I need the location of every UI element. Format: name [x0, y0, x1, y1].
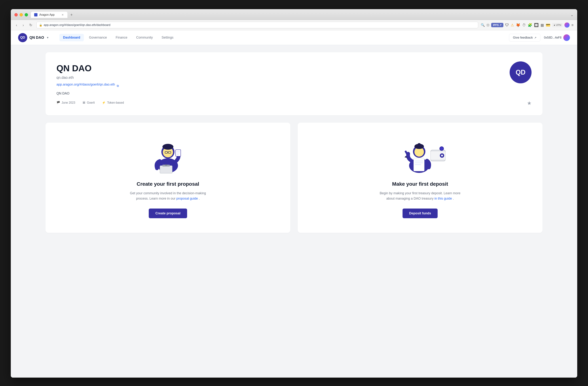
nav-link-settings[interactable]: Settings: [158, 34, 177, 41]
main-content: QD QN DAO qn.dao.eth app.aragon.org/#/da…: [38, 45, 550, 240]
browser-avatar[interactable]: [565, 22, 569, 28]
create-proposal-card: Create your first proposal Get your comm…: [45, 123, 290, 233]
app-container: QD QN DAO ▾ Dashboard Governance Finance…: [11, 30, 577, 378]
svg-point-24: [417, 143, 421, 147]
dao-url-link[interactable]: app.aragon.org/#/daos/goerli/qn.dao.eth: [57, 83, 115, 86]
deposit-funds-button[interactable]: Deposit funds: [402, 209, 438, 218]
nav-link-finance[interactable]: Finance: [112, 34, 131, 41]
top-nav: QD QN DAO ▾ Dashboard Governance Finance…: [11, 30, 577, 45]
nav-link-dashboard[interactable]: Dashboard: [59, 34, 84, 41]
reload-button[interactable]: ↻: [28, 22, 34, 28]
svg-point-19: [440, 147, 443, 150]
minimize-button[interactable]: [20, 13, 23, 17]
nav-link-community[interactable]: Community: [132, 34, 156, 41]
tab-title: Aragon App: [39, 13, 55, 17]
star-button[interactable]: ★: [527, 100, 531, 106]
search-icon[interactable]: 🔍: [481, 23, 485, 27]
svg-point-3: [162, 144, 173, 150]
give-feedback-label: Give feedback: [513, 36, 533, 40]
maximize-button[interactable]: [25, 13, 28, 17]
ipfs-badge[interactable]: IPFS ↗: [491, 23, 504, 27]
puzzle-icon[interactable]: 🔲: [534, 23, 539, 27]
wallet-icon[interactable]: 💳: [546, 23, 550, 27]
wallet-avatar: [563, 34, 570, 41]
warning-icon: ⚠: [511, 23, 514, 27]
proposal-card-desc: Get your community involved in the decis…: [124, 191, 212, 201]
dao-network-text: Goerli: [87, 101, 95, 104]
svg-rect-11: [160, 166, 172, 173]
deposit-card: Make your first deposit Begin by making …: [298, 123, 543, 233]
bookmark-icon[interactable]: ⊡: [487, 23, 489, 27]
dao-meta: 🏴 June 2023 🏛 Goerli ⚡ Token-based: [57, 101, 531, 104]
fox-icon[interactable]: 🦊: [516, 23, 520, 27]
dao-ens: qn.dao.eth: [57, 75, 531, 80]
dao-dropdown-icon[interactable]: ▾: [47, 36, 48, 39]
address-bar[interactable]: 🔒 app.aragon.org/#/daos/goerli/qn.dao.et…: [36, 22, 478, 28]
dao-created-text: June 2023: [62, 101, 75, 104]
extension-icon-1[interactable]: ⏱: [522, 23, 526, 27]
back-button[interactable]: ‹: [14, 22, 19, 28]
close-button[interactable]: [14, 13, 18, 17]
svg-rect-13: [165, 164, 167, 165]
calendar-icon: 🏴: [57, 101, 60, 104]
window-controls: ⌄: [570, 13, 574, 17]
create-proposal-button[interactable]: Create proposal: [149, 209, 187, 218]
forward-button[interactable]: ›: [21, 22, 25, 28]
toolbar-extensions: 🔍 ⊡ IPFS ↗ 🛡 ⚠ 🦊 ⏱ 🧩 🔲 ▦ 💳 ● VPN ≡: [481, 22, 574, 28]
governance-icon: ⚡: [102, 101, 105, 104]
browser-titlebar: Aragon App ✕ + ⌄: [11, 9, 577, 20]
dao-title: QN DAO: [57, 63, 531, 73]
network-icon: 🏛: [83, 101, 85, 104]
deposit-illustration: [398, 137, 442, 174]
give-feedback-button[interactable]: Give feedback ↗: [509, 34, 540, 42]
deposit-card-desc: Begin by making your first treasury depo…: [376, 191, 464, 201]
dao-nav-avatar: QD: [18, 33, 27, 42]
browser-window: Aragon App ✕ + ⌄ ‹ › ↻ 🔒 app.aragon.org/…: [11, 9, 577, 378]
nav-links: Dashboard Governance Finance Community S…: [59, 34, 509, 41]
active-tab[interactable]: Aragon App ✕: [31, 12, 67, 18]
proposal-guide-link[interactable]: proposal guide: [176, 197, 198, 200]
svg-point-17: [441, 155, 443, 156]
wallet-address-text: 0x58D...4eF8: [544, 36, 562, 39]
dao-display-name: QN DAO: [57, 92, 531, 95]
shield-icon: 🛡: [505, 23, 509, 27]
url-text: app.aragon.org/#/daos/goerli/qn.dao.eth/…: [44, 23, 110, 27]
vpn-label[interactable]: ● VPN: [552, 23, 563, 27]
copy-url-icon[interactable]: ⧉: [117, 84, 119, 87]
tab-favicon: [34, 13, 38, 17]
dao-brand: QD QN DAO ▾: [18, 33, 48, 42]
dao-url-row: app.aragon.org/#/daos/goerli/qn.dao.eth …: [57, 83, 531, 89]
wallet-address-display[interactable]: 0x58D...4eF8: [544, 34, 570, 41]
dao-nav-name: QN DAO: [29, 35, 44, 40]
deposit-card-title: Make your first deposit: [392, 181, 448, 187]
proposal-card-title: Create your first proposal: [137, 181, 199, 187]
tab-close-button[interactable]: ✕: [61, 13, 64, 16]
feature-cards-grid: Create your first proposal Get your comm…: [45, 123, 543, 233]
nav-link-governance[interactable]: Governance: [85, 34, 110, 41]
dao-meta-governance: ⚡ Token-based: [102, 101, 124, 104]
dao-meta-created: 🏴 June 2023: [57, 101, 75, 104]
extension-icon-2[interactable]: 🧩: [528, 23, 532, 27]
external-link-icon: ↗: [534, 36, 536, 39]
window-expand-icon: ⌄: [570, 13, 574, 17]
dao-governance-text: Token-based: [107, 101, 124, 104]
dao-large-avatar: QD: [510, 61, 531, 83]
dao-info-card: QD QN DAO qn.dao.eth app.aragon.org/#/da…: [45, 52, 543, 115]
menu-icon[interactable]: ≡: [571, 23, 574, 27]
traffic-lights: [14, 13, 28, 17]
browser-toolbar: ‹ › ↻ 🔒 app.aragon.org/#/daos/goerli/qn.…: [11, 20, 577, 30]
nav-actions: Give feedback ↗ 0x58D...4eF8: [509, 34, 570, 42]
proposal-illustration: [146, 137, 190, 174]
lock-icon: 🔒: [39, 23, 42, 26]
dao-meta-network: 🏛 Goerli: [83, 101, 95, 104]
deposit-guide-link[interactable]: in this guide: [435, 197, 452, 200]
new-tab-button[interactable]: +: [69, 12, 74, 18]
tab-bar: Aragon App ✕ +: [31, 12, 567, 18]
sidebar-icon[interactable]: ▦: [541, 23, 544, 27]
